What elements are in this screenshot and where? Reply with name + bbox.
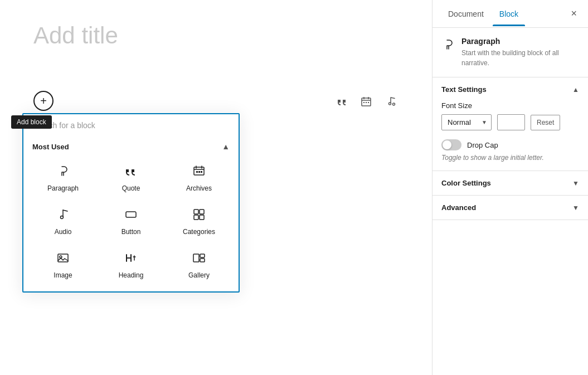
svg-rect-20	[194, 215, 198, 220]
block-info-icon	[441, 38, 455, 55]
color-settings-header[interactable]: Color Settings ▼	[433, 171, 588, 195]
block-label-audio: Audio	[55, 228, 72, 236]
block-item-heading[interactable]: Heading	[98, 243, 164, 285]
block-label-categories: Categories	[183, 228, 215, 236]
drop-cap-control: Drop Cap	[441, 139, 579, 150]
panel-tabs: Document Block ×	[433, 0, 588, 28]
svg-rect-21	[200, 215, 204, 220]
quote-icon	[124, 164, 138, 180]
svg-rect-6	[368, 102, 369, 103]
tab-block[interactable]: Block	[493, 6, 525, 22]
text-settings-header[interactable]: Text Settings ▲	[433, 77, 588, 101]
svg-point-8	[393, 103, 395, 105]
text-settings-section: Text Settings ▲ Font Size Normal Small M…	[433, 77, 588, 171]
svg-point-7	[389, 103, 391, 105]
editor-title[interactable]: Add title	[33, 22, 399, 49]
block-info-title: Paragraph	[461, 37, 579, 46]
categories-icon	[192, 208, 206, 223]
font-size-row: Normal Small Medium Large Larger ▼ Reset	[441, 114, 579, 130]
block-item-button[interactable]: Button	[98, 200, 164, 241]
block-search-input[interactable]	[23, 114, 239, 137]
drop-cap-row: Drop Cap Toggle to show a large initial …	[441, 139, 579, 162]
heading-icon	[124, 251, 138, 267]
svg-rect-17	[126, 212, 136, 217]
svg-rect-5	[366, 102, 367, 103]
font-size-label: Font Size	[441, 101, 579, 110]
svg-rect-24	[193, 254, 199, 262]
svg-rect-19	[200, 210, 204, 214]
svg-rect-13	[196, 171, 198, 173]
text-settings-chevron: ▲	[572, 86, 579, 94]
advanced-label: Advanced	[441, 203, 476, 212]
color-settings-label: Color Settings	[441, 179, 491, 187]
block-info-description: Start with the building block of all nar…	[461, 48, 579, 68]
drop-cap-toggle[interactable]	[441, 139, 461, 150]
block-label-heading: Heading	[119, 271, 144, 279]
close-panel-button[interactable]: ×	[568, 6, 579, 22]
block-item-image[interactable]: Image	[30, 243, 96, 285]
svg-point-16	[61, 216, 64, 219]
block-info-text: Paragraph Start with the building block …	[461, 37, 579, 68]
archives-icon	[192, 164, 206, 180]
svg-rect-15	[201, 171, 202, 173]
block-label-paragraph: Paragraph	[47, 184, 79, 192]
audio-icon	[56, 208, 70, 223]
text-settings-label: Text Settings	[441, 85, 487, 94]
drop-cap-label: Drop Cap	[467, 141, 498, 149]
block-item-categories[interactable]: Categories	[166, 200, 232, 241]
block-section-header: Most Used ▲	[30, 137, 232, 157]
drop-cap-description: Toggle to show a large initial letter.	[441, 154, 579, 162]
tab-document[interactable]: Document	[441, 6, 490, 22]
add-block-button[interactable]: +	[33, 91, 54, 111]
add-block-tooltip: Add block	[11, 115, 52, 129]
block-label-archives: Archives	[186, 184, 212, 192]
advanced-header[interactable]: Advanced ▼	[433, 196, 588, 220]
calendar-toolbar-icon[interactable]	[358, 94, 374, 109]
block-label-button: Button	[122, 228, 141, 236]
block-info: Paragraph Start with the building block …	[433, 28, 588, 77]
svg-rect-22	[58, 254, 68, 262]
svg-rect-4	[363, 102, 365, 103]
text-settings-content: Font Size Normal Small Medium Large Larg…	[433, 101, 588, 171]
toolbar-icons	[334, 94, 399, 109]
panel-tabs-list: Document Block	[441, 6, 525, 22]
music-toolbar-icon[interactable]	[383, 94, 399, 109]
block-label-quote: Quote	[122, 184, 140, 192]
block-item-gallery[interactable]: Gallery	[166, 243, 232, 285]
block-picker: Most Used ▲ Paragraph	[22, 113, 240, 293]
font-size-select-wrap: Normal Small Medium Large Larger ▼	[441, 114, 492, 130]
font-size-reset-button[interactable]: Reset	[531, 115, 560, 130]
svg-rect-26	[200, 259, 205, 262]
section-collapse-icon[interactable]: ▲	[222, 142, 230, 151]
block-item-archives[interactable]: Archives	[166, 157, 232, 198]
block-label-image: Image	[54, 271, 72, 279]
paragraph-icon	[56, 164, 70, 180]
color-settings-section: Color Settings ▼	[433, 171, 588, 196]
block-item-quote[interactable]: Quote	[98, 157, 164, 198]
color-settings-chevron: ▼	[572, 179, 579, 187]
block-item-audio[interactable]: Audio	[30, 200, 96, 241]
svg-rect-14	[198, 171, 200, 173]
button-block-icon	[124, 208, 138, 223]
image-icon	[56, 251, 70, 267]
font-size-select[interactable]: Normal Small Medium Large Larger	[441, 114, 492, 130]
advanced-section: Advanced ▼	[433, 196, 588, 220]
editor-area: Add title +	[0, 0, 432, 375]
block-item-paragraph[interactable]: Paragraph	[30, 157, 96, 198]
advanced-chevron: ▼	[572, 204, 579, 212]
quote-toolbar-icon[interactable]	[334, 94, 349, 109]
right-panel: Document Block × Paragraph Start with th…	[432, 0, 588, 375]
svg-rect-18	[194, 210, 198, 214]
gallery-icon	[192, 251, 206, 267]
block-grid: Paragraph Quote	[30, 157, 232, 285]
svg-rect-25	[200, 254, 205, 257]
block-list-container: Most Used ▲ Paragraph	[23, 137, 239, 291]
block-label-gallery: Gallery	[188, 271, 210, 279]
font-size-custom-input[interactable]	[497, 114, 525, 130]
